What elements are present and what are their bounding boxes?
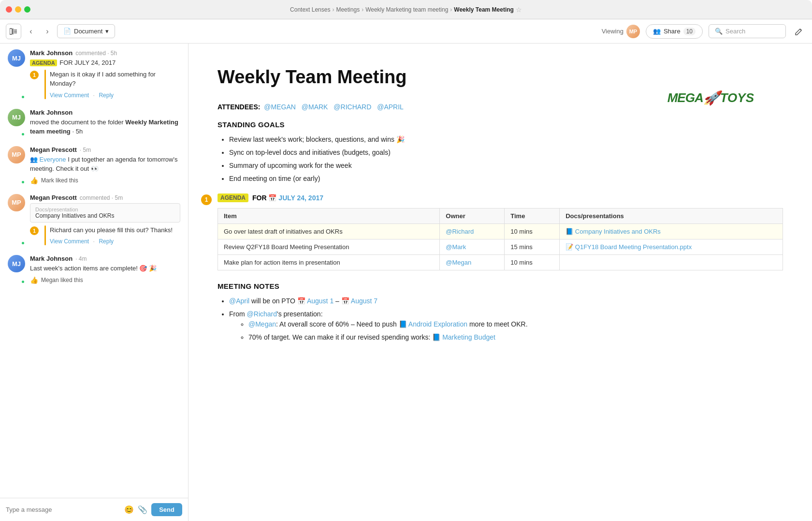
table-cell-doc: 📘 Company Initiatives and OKRs [560, 224, 783, 239]
breadcrumb-separator: › [362, 6, 363, 13]
android-link[interactable]: Android Exploration [408, 320, 467, 328]
list-item: Review last week's work; blockers, quest… [229, 134, 783, 145]
chat-input-area: 😊 📎 Send [0, 498, 188, 521]
minimize-button[interactable] [15, 6, 21, 13]
online-indicator [21, 132, 25, 136]
attendees-label: ATTENDEES: [218, 103, 260, 111]
chat-author: Mark Johnson [30, 255, 72, 262]
agenda-for-text: FOR 📅 JULY 24, 2017 [252, 194, 323, 202]
agenda-date-link[interactable]: 📅 JULY 24, 2017 [268, 194, 323, 202]
agenda-number-badge: 1 [201, 194, 212, 205]
table-cell-item: Go over latest draft of initiatives and … [218, 224, 440, 239]
sub-list: @Megan: At overall score of 60% – Need t… [248, 319, 783, 342]
send-button[interactable]: Send [151, 503, 182, 516]
table-cell-time: 10 mins [505, 255, 560, 270]
share-label: Share [664, 28, 681, 35]
chat-text: 👥 Everyone I put together an agenda for … [30, 155, 180, 174]
aug1-link[interactable]: August 1 [307, 297, 334, 305]
online-indicator [21, 180, 25, 184]
aug7-link[interactable]: August 7 [351, 297, 377, 305]
table-row: Make plan for action items in presentati… [218, 255, 783, 270]
star-icon[interactable]: ☆ [516, 6, 522, 14]
reply-link[interactable]: Reply [99, 92, 114, 99]
logo-text: MEGA 🚀 TOYS [667, 90, 754, 106]
search-icon: 🔍 [715, 28, 723, 35]
list-item: Summary of upcoming work for the week [229, 161, 783, 171]
comment-bar [44, 225, 46, 246]
chat-header: Megan Prescott · 5m [30, 146, 180, 153]
doc-header: Weekly Team Meeting MEGA 🚀 TOYS [218, 67, 783, 88]
doc-name: Company Initiatives and OKRs [35, 212, 175, 219]
chat-input[interactable] [6, 506, 120, 513]
chat-text: Last week's action items are complete! 🎯… [30, 264, 180, 273]
like-row: 👍 Mark liked this [30, 177, 180, 184]
table-cell-time: 10 mins [505, 224, 560, 239]
reply-link[interactable]: Reply [99, 238, 114, 245]
table-cell-item: Review Q2FY18 Board Meeting Presentation [218, 239, 440, 255]
forward-button[interactable]: › [41, 25, 54, 38]
close-button[interactable] [6, 6, 12, 13]
like-text: Mark liked this [41, 177, 78, 184]
breadcrumb-current: Weekly Team Meeting [454, 6, 514, 13]
comment-number: 1 [30, 226, 39, 235]
breadcrumb: Context Lenses › Meetings › Weekly Marke… [290, 6, 522, 14]
like-row: 👍 Megan liked this [30, 276, 180, 284]
attendee-richard[interactable]: @RICHARD [334, 103, 371, 111]
chevron-down-icon: ▾ [105, 28, 109, 35]
title-bar: Context Lenses › Meetings › Weekly Marke… [0, 0, 812, 19]
document-icon: 📄 [63, 28, 71, 35]
chat-content: Mark Johnson moved the document to the f… [30, 109, 180, 136]
avatar: MJ [8, 255, 25, 272]
chat-content: Mark Johnson · 4m Last week's action ite… [30, 255, 180, 284]
chat-header: Mark Johnson commented · 5h [30, 49, 180, 57]
attendee-april[interactable]: @APRIL [377, 103, 404, 111]
view-comment-link[interactable]: View Comment [50, 238, 89, 245]
chat-message: MP Megan Prescott commented · 5m Docs/pr… [8, 194, 180, 246]
maximize-button[interactable] [24, 6, 30, 13]
table-header-owner: Owner [440, 208, 505, 224]
view-comment-link[interactable]: View Comment [50, 92, 89, 99]
table-cell-owner: @Richard [440, 224, 505, 239]
breadcrumb-separator: › [332, 6, 334, 13]
agenda-for-text: FOR JULY 24, 2017 [59, 59, 116, 66]
marketing-budget-link[interactable]: Marketing Budget [442, 333, 495, 341]
like-icon: 👍 [30, 177, 38, 184]
attach-icon[interactable]: 📎 [138, 505, 147, 514]
chat-author: Megan Prescott [30, 194, 77, 201]
richard-link[interactable]: @Richard [247, 310, 277, 318]
table-cell-doc [560, 255, 783, 270]
attendee-mark[interactable]: @MARK [302, 103, 328, 111]
breadcrumb-item[interactable]: Meetings [336, 6, 360, 13]
breadcrumb-item[interactable]: Weekly Marketing team meeting [365, 6, 448, 13]
mention: 👥 Everyone [30, 156, 66, 163]
table-header-docs: Docs/presentations [560, 208, 783, 224]
document-title: Weekly Team Meeting [218, 67, 783, 88]
breadcrumb-item[interactable]: Context Lenses [290, 6, 330, 13]
chat-meta: commented · 5h [75, 50, 117, 57]
logo-rocket-icon: 🚀 [703, 90, 720, 106]
list-item: End meeting on time (or early) [229, 174, 783, 184]
emoji-icon[interactable]: 😊 [124, 505, 134, 514]
chat-text: moved the document to the folder Weekly … [30, 118, 180, 136]
sidebar-toggle-button[interactable] [6, 24, 21, 39]
share-count: 10 [683, 28, 696, 35]
comment-number: 1 [30, 71, 39, 79]
document-button[interactable]: 📄 Document ▾ [57, 24, 115, 38]
table-cell-time: 15 mins [505, 239, 560, 255]
chat-message: MJ Mark Johnson moved the document to th… [8, 109, 180, 136]
search-box[interactable]: 🔍 Search [709, 24, 786, 38]
avatar: MP [626, 25, 640, 38]
search-placeholder: Search [725, 28, 745, 35]
agenda-badge: AGENDA [218, 194, 248, 202]
edit-button[interactable] [792, 24, 806, 39]
chat-message: MJ Mark Johnson commented · 5h AGENDA FO… [8, 49, 180, 99]
chat-sidebar: MJ Mark Johnson commented · 5h AGENDA FO… [0, 44, 188, 521]
main-layout: MJ Mark Johnson commented · 5h AGENDA FO… [0, 44, 812, 521]
chat-content: Megan Prescott · 5m 👥 Everyone I put tog… [30, 146, 180, 184]
april-link[interactable]: @April [229, 297, 249, 305]
attendee-megan[interactable]: @MEGAN [264, 103, 296, 111]
megan-link[interactable]: @Megan [248, 320, 276, 328]
share-button[interactable]: 👥 Share 10 [646, 24, 703, 39]
agenda-badge: AGENDA [30, 60, 57, 66]
back-button[interactable]: ‹ [24, 25, 38, 38]
